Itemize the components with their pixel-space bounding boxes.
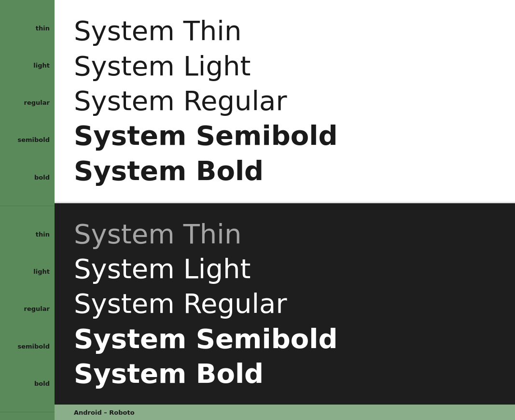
text-system-regular-light: System Regular	[74, 86, 496, 116]
sidebar-label-bold-light: bold	[0, 174, 55, 181]
text-system-semibold-dark: System Semibold	[74, 324, 496, 354]
sidebar-label-light-light: light	[0, 62, 55, 69]
sidebar-label-regular-light: regular	[0, 99, 55, 106]
text-system-semibold-light: System Semibold	[74, 121, 496, 151]
sidebar: thin light regular semibold bold thin li…	[0, 0, 55, 420]
sidebar-labels-dark: thin light regular semibold bold	[0, 206, 55, 412]
text-system-light-light: System Light	[74, 51, 496, 81]
sidebar-label-light-dark: light	[0, 268, 55, 275]
sidebar-label-semibold-dark: semibold	[0, 343, 55, 350]
sidebar-label-bold-dark: bold	[0, 380, 55, 387]
panel-footer: Android – Roboto	[55, 405, 515, 420]
text-system-bold-light: System Bold	[74, 156, 496, 186]
sidebar-label-regular-dark: regular	[0, 306, 55, 312]
sidebar-labels-light: thin light regular semibold bold	[0, 0, 55, 206]
panel-dark: System Thin System Light System Regular …	[55, 203, 515, 405]
text-system-thin-dark: System Thin	[74, 219, 496, 249]
text-system-light-dark: System Light	[74, 254, 496, 284]
text-system-thin-light: System Thin	[74, 16, 496, 46]
text-system-regular-dark: System Regular	[74, 289, 496, 319]
sidebar-footer	[0, 412, 55, 420]
sidebar-label-thin-light: thin	[0, 25, 55, 31]
text-system-bold-dark: System Bold	[74, 359, 496, 389]
sidebar-label-thin-dark: thin	[0, 231, 55, 238]
sidebar-label-semibold-light: semibold	[0, 137, 55, 143]
panel-light: System Thin System Light System Regular …	[55, 0, 515, 203]
main-content: System Thin System Light System Regular …	[55, 0, 515, 420]
footer-label: Android – Roboto	[74, 409, 135, 416]
